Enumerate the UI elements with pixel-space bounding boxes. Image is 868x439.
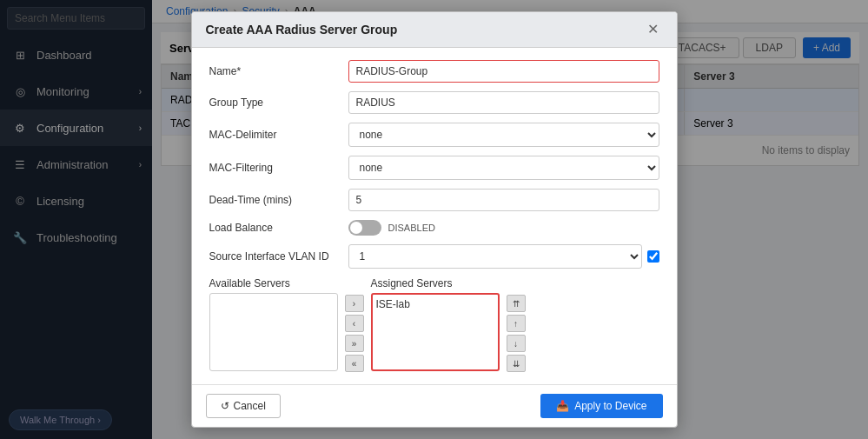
move-bottom-button[interactable]: ⇊ bbox=[507, 355, 526, 372]
cancel-label: Cancel bbox=[234, 400, 266, 412]
load-balance-label: Load Balance bbox=[209, 222, 348, 234]
assigned-servers-list[interactable]: ISE-lab bbox=[371, 293, 500, 371]
dead-time-container bbox=[348, 189, 659, 211]
mac-delimiter-label: MAC-Delimiter bbox=[209, 129, 348, 141]
dead-time-label: Dead-Time (mins) bbox=[209, 194, 348, 206]
move-all-right-button[interactable]: » bbox=[345, 335, 364, 352]
name-field-container bbox=[348, 60, 659, 83]
assigned-servers-container: Assigned Servers ISE-lab bbox=[371, 277, 500, 371]
mac-filtering-container: none bbox=[348, 156, 659, 180]
dialog-title: Create AAA Radius Server Group bbox=[206, 23, 398, 37]
form-row-load-balance: Load Balance DISABLED bbox=[209, 220, 659, 236]
move-up-button[interactable]: ↑ bbox=[507, 315, 526, 332]
assigned-server-item[interactable]: ISE-lab bbox=[376, 298, 494, 310]
form-row-mac-filtering: MAC-Filtering none bbox=[209, 156, 659, 180]
servers-section: Available Servers › ‹ » « Assigned Serve… bbox=[209, 277, 659, 372]
dialog-header: Create AAA Radius Server Group ✕ bbox=[192, 12, 677, 48]
dead-time-input[interactable] bbox=[348, 189, 659, 211]
apply-label: Apply to Device bbox=[574, 400, 646, 412]
name-label: Name* bbox=[209, 65, 348, 77]
move-right-button[interactable]: › bbox=[345, 295, 364, 312]
move-left-button[interactable]: ‹ bbox=[345, 315, 364, 332]
vlan-checkbox[interactable] bbox=[647, 250, 659, 263]
assigned-servers-label: Assigned Servers bbox=[371, 277, 500, 289]
vlan-row: 1 bbox=[348, 244, 659, 269]
dialog-body: Name* Group Type MAC-Delimiter none bbox=[192, 48, 677, 384]
move-down-button[interactable]: ↓ bbox=[507, 335, 526, 352]
load-balance-toggle[interactable] bbox=[348, 220, 381, 236]
toggle-row: DISABLED bbox=[348, 220, 659, 236]
toggle-label: DISABLED bbox=[388, 223, 435, 233]
vlan-select[interactable]: 1 bbox=[348, 244, 643, 269]
apply-icon: 📥 bbox=[556, 400, 569, 412]
modal-overlay: Create AAA Radius Server Group ✕ Name* G… bbox=[0, 0, 868, 439]
name-input[interactable] bbox=[348, 60, 659, 83]
mac-delimiter-select[interactable]: none bbox=[348, 123, 659, 147]
cancel-button[interactable]: ↺ Cancel bbox=[206, 394, 281, 418]
mac-filtering-label: MAC-Filtering bbox=[209, 162, 348, 174]
mac-delimiter-container: none bbox=[348, 123, 659, 147]
dialog-close-button[interactable]: ✕ bbox=[643, 21, 663, 38]
dialog: Create AAA Radius Server Group ✕ Name* G… bbox=[191, 11, 678, 428]
reset-icon: ↺ bbox=[221, 400, 229, 412]
available-servers-list[interactable] bbox=[209, 293, 338, 371]
form-row-source-vlan: Source Interface VLAN ID 1 bbox=[209, 244, 659, 269]
form-row-group-type: Group Type bbox=[209, 91, 659, 114]
form-row-dead-time: Dead-Time (mins) bbox=[209, 189, 659, 211]
source-vlan-label: Source Interface VLAN ID bbox=[209, 250, 348, 263]
group-type-input[interactable] bbox=[348, 91, 659, 114]
available-servers-container: Available Servers bbox=[209, 277, 338, 371]
source-vlan-container: 1 bbox=[348, 244, 659, 269]
load-balance-container: DISABLED bbox=[348, 220, 659, 236]
transfer-buttons: › ‹ » « bbox=[345, 277, 364, 372]
order-buttons: ⇈ ↑ ↓ ⇊ bbox=[507, 277, 526, 372]
apply-to-device-button[interactable]: 📥 Apply to Device bbox=[540, 394, 662, 418]
available-servers-label: Available Servers bbox=[209, 277, 338, 289]
form-row-mac-delimiter: MAC-Delimiter none bbox=[209, 123, 659, 147]
group-type-field-container bbox=[348, 91, 659, 114]
group-type-label: Group Type bbox=[209, 96, 348, 109]
move-top-button[interactable]: ⇈ bbox=[507, 295, 526, 312]
move-all-left-button[interactable]: « bbox=[345, 355, 364, 372]
form-row-name: Name* bbox=[209, 60, 659, 83]
dialog-footer: ↺ Cancel 📥 Apply to Device bbox=[192, 384, 677, 427]
mac-filtering-select[interactable]: none bbox=[348, 156, 659, 180]
